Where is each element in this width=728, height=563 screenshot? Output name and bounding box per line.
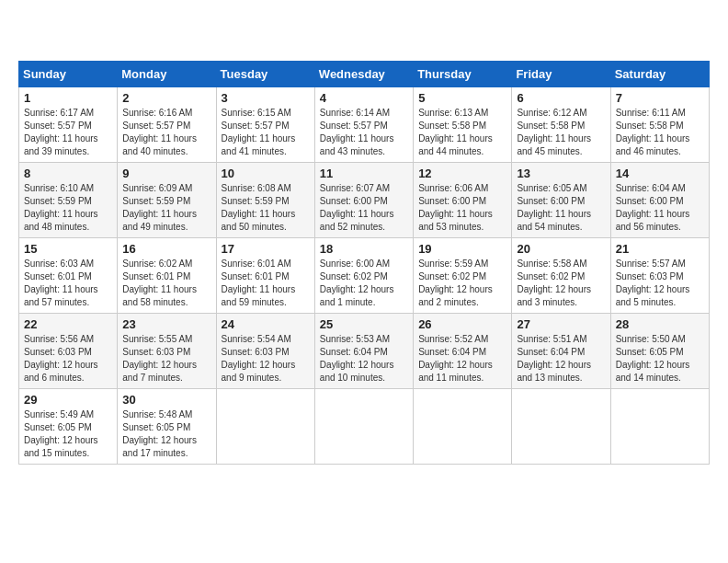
day-header-wednesday: Wednesday bbox=[314, 62, 413, 87]
sunset-label: Sunset: 6:03 PM bbox=[222, 347, 290, 357]
day-info: Sunrise: 5:51 AMSunset: 6:04 PMDaylight:… bbox=[517, 333, 605, 385]
sunset-label: Sunset: 5:59 PM bbox=[122, 196, 190, 206]
calendar-cell: 26Sunrise: 5:52 AMSunset: 6:04 PMDayligh… bbox=[414, 314, 512, 389]
daylight-label: Daylight: 12 hours and 2 minutes. bbox=[418, 284, 493, 307]
day-info: Sunrise: 6:09 AMSunset: 5:59 PMDaylight:… bbox=[122, 182, 210, 234]
day-number: 14 bbox=[616, 167, 704, 180]
sunrise-label: Sunrise: 5:52 AM bbox=[418, 334, 488, 344]
sunrise-label: Sunrise: 5:58 AM bbox=[517, 259, 586, 269]
calendar-table: SundayMondayTuesdayWednesdayThursdayFrid… bbox=[18, 61, 710, 465]
page-header bbox=[18, 18, 710, 52]
calendar-cell: 12Sunrise: 6:06 AMSunset: 6:00 PMDayligh… bbox=[414, 163, 512, 238]
calendar-cell: 11Sunrise: 6:07 AMSunset: 6:00 PMDayligh… bbox=[314, 163, 413, 238]
sunset-label: Sunset: 5:59 PM bbox=[24, 196, 92, 206]
calendar-cell: 2Sunrise: 6:16 AMSunset: 5:57 PMDaylight… bbox=[118, 87, 216, 163]
calendar-cell: 1Sunrise: 6:17 AMSunset: 5:57 PMDaylight… bbox=[19, 87, 118, 163]
sunset-label: Sunset: 6:02 PM bbox=[418, 271, 486, 282]
daylight-label: Daylight: 12 hours and 15 minutes. bbox=[24, 435, 98, 458]
calendar-cell: 10Sunrise: 6:08 AMSunset: 5:59 PMDayligh… bbox=[216, 163, 314, 238]
day-number: 24 bbox=[222, 317, 310, 331]
day-number: 5 bbox=[418, 91, 506, 105]
day-number: 28 bbox=[616, 317, 704, 331]
day-info: Sunrise: 6:02 AMSunset: 6:01 PMDaylight:… bbox=[122, 258, 210, 309]
day-number: 17 bbox=[222, 242, 310, 256]
calendar-week-2: 8Sunrise: 6:10 AMSunset: 5:59 PMDaylight… bbox=[19, 163, 710, 238]
day-number: 18 bbox=[320, 242, 408, 256]
calendar-week-5: 29Sunrise: 5:49 AMSunset: 6:05 PMDayligh… bbox=[19, 389, 710, 465]
logo bbox=[18, 18, 51, 52]
daylight-label: Daylight: 11 hours and 59 minutes. bbox=[222, 284, 296, 307]
sunset-label: Sunset: 6:00 PM bbox=[517, 196, 585, 206]
calendar-cell: 24Sunrise: 5:54 AMSunset: 6:03 PMDayligh… bbox=[216, 314, 314, 389]
day-number: 10 bbox=[222, 167, 310, 180]
day-number: 20 bbox=[517, 242, 605, 256]
sunset-label: Sunset: 6:00 PM bbox=[418, 196, 486, 206]
day-info: Sunrise: 5:55 AMSunset: 6:03 PMDaylight:… bbox=[122, 333, 210, 385]
sunrise-label: Sunrise: 6:00 AM bbox=[320, 259, 390, 269]
day-number: 2 bbox=[122, 91, 210, 105]
day-number: 7 bbox=[616, 91, 704, 105]
calendar-cell: 23Sunrise: 5:55 AMSunset: 6:03 PMDayligh… bbox=[118, 314, 216, 389]
day-number: 22 bbox=[24, 317, 112, 331]
sunrise-label: Sunrise: 5:48 AM bbox=[122, 409, 192, 419]
sunrise-label: Sunrise: 6:10 AM bbox=[24, 183, 94, 193]
calendar-cell: 27Sunrise: 5:51 AMSunset: 6:04 PMDayligh… bbox=[512, 314, 610, 389]
daylight-label: Daylight: 11 hours and 43 minutes. bbox=[320, 133, 394, 156]
sunset-label: Sunset: 5:57 PM bbox=[222, 121, 290, 131]
daylight-label: Daylight: 11 hours and 52 minutes. bbox=[320, 209, 394, 232]
daylight-label: Daylight: 11 hours and 53 minutes. bbox=[418, 209, 493, 232]
sunrise-label: Sunrise: 6:04 AM bbox=[616, 183, 686, 193]
day-info: Sunrise: 6:12 AMSunset: 5:58 PMDaylight:… bbox=[517, 107, 605, 158]
sunset-label: Sunset: 5:57 PM bbox=[122, 121, 190, 131]
sunrise-label: Sunrise: 6:17 AM bbox=[24, 108, 94, 118]
calendar-cell: 22Sunrise: 5:56 AMSunset: 6:03 PMDayligh… bbox=[19, 314, 118, 389]
day-info: Sunrise: 5:50 AMSunset: 6:05 PMDaylight:… bbox=[616, 333, 704, 385]
sunrise-label: Sunrise: 6:09 AM bbox=[122, 183, 192, 193]
sunset-label: Sunset: 5:57 PM bbox=[24, 121, 92, 131]
daylight-label: Daylight: 11 hours and 39 minutes. bbox=[24, 133, 98, 156]
daylight-label: Daylight: 12 hours and 11 minutes. bbox=[418, 360, 493, 383]
logo-icon bbox=[18, 18, 51, 52]
calendar-week-4: 22Sunrise: 5:56 AMSunset: 6:03 PMDayligh… bbox=[19, 314, 710, 389]
day-number: 23 bbox=[122, 317, 210, 331]
sunset-label: Sunset: 6:01 PM bbox=[122, 271, 190, 282]
sunrise-label: Sunrise: 5:49 AM bbox=[24, 409, 94, 419]
day-info: Sunrise: 6:00 AMSunset: 6:02 PMDaylight:… bbox=[320, 258, 408, 309]
day-number: 1 bbox=[24, 91, 112, 105]
sunrise-label: Sunrise: 6:01 AM bbox=[222, 259, 291, 269]
sunset-label: Sunset: 6:01 PM bbox=[24, 271, 92, 282]
day-info: Sunrise: 6:15 AMSunset: 5:57 PMDaylight:… bbox=[222, 107, 310, 158]
sunset-label: Sunset: 6:02 PM bbox=[517, 271, 585, 282]
daylight-label: Daylight: 11 hours and 50 minutes. bbox=[222, 209, 296, 232]
sunset-label: Sunset: 6:04 PM bbox=[320, 347, 388, 357]
day-header-monday: Monday bbox=[118, 62, 216, 87]
day-number: 6 bbox=[517, 91, 605, 105]
calendar-cell: 8Sunrise: 6:10 AMSunset: 5:59 PMDaylight… bbox=[19, 163, 118, 238]
day-info: Sunrise: 6:16 AMSunset: 5:57 PMDaylight:… bbox=[122, 107, 210, 158]
day-number: 27 bbox=[517, 317, 605, 331]
daylight-label: Daylight: 11 hours and 54 minutes. bbox=[517, 209, 591, 232]
day-number: 30 bbox=[122, 393, 210, 407]
sunset-label: Sunset: 6:03 PM bbox=[24, 347, 92, 357]
calendar-cell: 17Sunrise: 6:01 AMSunset: 6:01 PMDayligh… bbox=[216, 238, 314, 314]
daylight-label: Daylight: 12 hours and 1 minute. bbox=[320, 284, 394, 307]
daylight-label: Daylight: 11 hours and 41 minutes. bbox=[222, 133, 296, 156]
calendar-cell bbox=[216, 389, 314, 465]
daylight-label: Daylight: 11 hours and 48 minutes. bbox=[24, 209, 98, 232]
day-info: Sunrise: 6:08 AMSunset: 5:59 PMDaylight:… bbox=[222, 182, 310, 234]
day-number: 21 bbox=[616, 242, 704, 256]
daylight-label: Daylight: 11 hours and 40 minutes. bbox=[122, 133, 197, 156]
day-info: Sunrise: 5:59 AMSunset: 6:02 PMDaylight:… bbox=[418, 258, 506, 309]
day-info: Sunrise: 5:56 AMSunset: 6:03 PMDaylight:… bbox=[24, 333, 112, 385]
daylight-label: Daylight: 12 hours and 17 minutes. bbox=[122, 435, 197, 458]
calendar-cell: 28Sunrise: 5:50 AMSunset: 6:05 PMDayligh… bbox=[610, 314, 709, 389]
sunset-label: Sunset: 5:58 PM bbox=[616, 121, 684, 131]
calendar-cell: 21Sunrise: 5:57 AMSunset: 6:03 PMDayligh… bbox=[610, 238, 709, 314]
calendar-cell: 30Sunrise: 5:48 AMSunset: 6:05 PMDayligh… bbox=[118, 389, 216, 465]
daylight-label: Daylight: 11 hours and 49 minutes. bbox=[122, 209, 197, 232]
day-number: 25 bbox=[320, 317, 408, 331]
daylight-label: Daylight: 11 hours and 56 minutes. bbox=[616, 209, 690, 232]
day-header-tuesday: Tuesday bbox=[216, 62, 314, 87]
day-info: Sunrise: 5:57 AMSunset: 6:03 PMDaylight:… bbox=[616, 258, 704, 309]
day-info: Sunrise: 5:54 AMSunset: 6:03 PMDaylight:… bbox=[222, 333, 310, 385]
